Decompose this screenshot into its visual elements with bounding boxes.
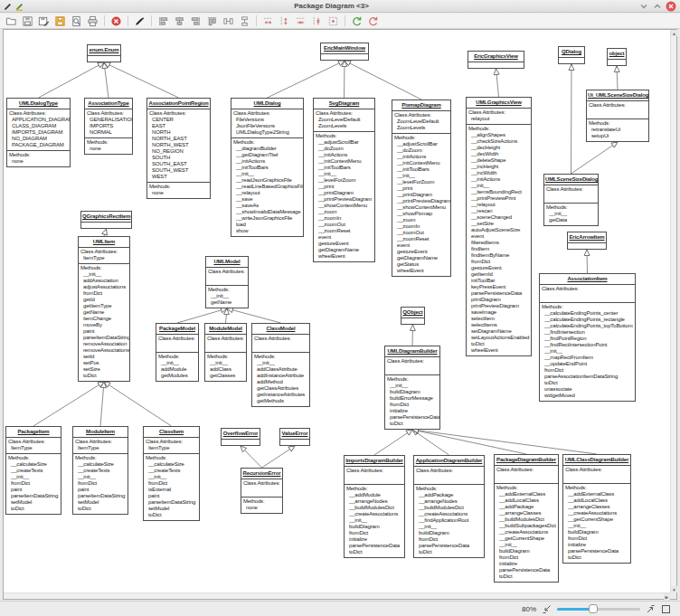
method-entry: toDict [8, 506, 59, 512]
class-box-OverflowError[interactable]: OverflowError [221, 428, 260, 446]
space-vertical-button[interactable] [238, 14, 251, 28]
class-box-QGraphicsRectItem[interactable]: QGraphicsRectItem [80, 211, 132, 229]
method-entry: filteredItems [468, 240, 529, 246]
titlebar[interactable]: Package Diagram <3> [0, 0, 680, 13]
save-button[interactable] [21, 14, 34, 28]
class-box-object[interactable]: object [607, 48, 627, 66]
class-box-enum.Enum[interactable]: enum.Enum [87, 44, 121, 62]
class-box-EricMainWindow[interactable]: EricMainWindow [320, 43, 369, 61]
attributes-section: Class Attributes: [587, 101, 648, 118]
class-box-ClassItem[interactable]: ClassItemClass Attributes:ItemTypeMethod… [143, 426, 200, 521]
class-box-UMLSceneSizeDialog[interactable]: UMLSceneSizeDialogClass Attributes:Metho… [543, 174, 599, 226]
vertical-scrollbar[interactable]: ▲ ▼ [670, 30, 676, 592]
close-diagram-button[interactable] [109, 14, 123, 28]
class-box-PackageItem[interactable]: PackageItemClass Attributes:ItemTypeMeth… [5, 426, 61, 515]
shade-button[interactable] [638, 1, 649, 12]
method-entry: paint [146, 493, 197, 499]
inc-width-button[interactable] [261, 14, 275, 28]
class-empty-body [280, 440, 309, 445]
class-box-SvgDiagram[interactable]: SvgDiagramClass Attributes:ZoomLevelDefa… [313, 98, 375, 262]
relayout-button[interactable] [350, 14, 364, 28]
class-box-UMLItem[interactable]: UMLItemClass Attributes:ItemTypeMethods:… [78, 236, 130, 382]
method-entry: setSize [80, 366, 128, 373]
zoom-slider-handle[interactable] [589, 604, 598, 613]
inc-width-icon [262, 15, 274, 27]
align-right-button[interactable] [189, 14, 203, 28]
scroll-right-icon[interactable]: ▶ [664, 593, 670, 600]
rescan-button[interactable] [366, 14, 380, 28]
class-box-EricArrowItem[interactable]: EricArrowItem [567, 232, 607, 250]
class-box-ApplicationDiagramBuilder[interactable]: ApplicationDiagramBuilderClass Attribute… [413, 455, 485, 558]
print-button[interactable] [86, 14, 99, 28]
class-box-UMLClassDiagramBuilder[interactable]: UMLClassDiagramBuilderClass Attributes:M… [562, 454, 631, 564]
scroll-down-icon[interactable]: ▼ [671, 586, 677, 592]
generalisation-edge [571, 64, 572, 174]
scroll-up-icon[interactable]: ▲ [671, 30, 677, 36]
generalisation-edge [262, 446, 296, 468]
attribute-entry: ItemType [75, 445, 126, 451]
class-empty-body [88, 56, 120, 62]
maximize-button[interactable] [652, 1, 663, 12]
zoom-in-icon[interactable] [646, 604, 656, 614]
method-entry: __incHeight [468, 164, 529, 170]
class-box-EricGraphicsView[interactable]: EricGraphicsView [468, 51, 524, 69]
methods-section: Methods:none [7, 150, 70, 166]
class-box-ClassModel[interactable]: ClassModelClass Attributes:Methods:__ini… [251, 323, 310, 407]
zoom-reset-icon[interactable] [661, 604, 671, 614]
method-entry: retranslateUi [589, 127, 647, 133]
class-box-PackageDiagramBuilder[interactable]: PackageDiagramBuilderClass Attributes:Me… [494, 454, 559, 583]
attributes-empty [546, 193, 596, 201]
class-box-UMLGraphicsView[interactable]: UMLGraphicsViewClass Attributes:relayout… [466, 97, 532, 356]
open-button[interactable] [5, 14, 18, 28]
class-box-RecursionError[interactable]: RecursionErrorClass Attributes:Methods:n… [241, 468, 283, 514]
method-entry: __zoomReset [394, 236, 449, 242]
class-box-ImportsDiagramBuilder[interactable]: ImportsDiagramBuilderClass Attributes:Me… [344, 455, 405, 558]
class-box-UMLDialogType[interactable]: UMLDialogTypeClass Attributes:APPLICATIO… [6, 98, 71, 167]
class-box-QDialog[interactable]: QDialog [558, 46, 585, 64]
class-box-PackageModel[interactable]: PackageModelClass Attributes:Methods:__i… [156, 323, 199, 382]
class-box-QObject[interactable]: QObject [401, 307, 425, 325]
save-image-button[interactable] [53, 14, 67, 28]
align-top-button[interactable] [205, 14, 219, 28]
attribute-entry: PACKAGE_DIAGRAM [9, 142, 68, 148]
print-preview-button[interactable] [70, 14, 83, 28]
method-entry: __zoom [316, 209, 373, 215]
class-box-AssociationPointRegion[interactable]: AssociationPointRegionClass Attributes:C… [146, 98, 211, 199]
class-box-PixmapDiagram[interactable]: PixmapDiagramClass Attributes:ZoomLevelD… [392, 100, 451, 277]
method-entry: getId [80, 297, 128, 303]
class-box-ValueError[interactable]: ValueError [279, 428, 310, 446]
dec-width-button[interactable] [294, 14, 307, 28]
method-entry: buildErrorMessage [387, 395, 438, 402]
class-box-AssociationType[interactable]: AssociationTypeClass Attributes:GENERALI… [84, 98, 133, 155]
class-empty-body [222, 440, 260, 445]
class-box-ModuleModel[interactable]: ModuleModelClass Attributes:Methods:__in… [204, 323, 247, 382]
method-entry: __init__ [316, 171, 373, 177]
attributes-label: Class Attributes: [146, 439, 197, 445]
class-box-UMLDiagramBuilder[interactable]: UMLDiagramBuilderClass Attributes:Method… [384, 346, 440, 430]
class-name: object [608, 49, 626, 60]
method-entry: __init__ [75, 474, 126, 480]
save-as-button[interactable] [37, 14, 51, 28]
class-empty-body [608, 60, 626, 65]
edit-button[interactable] [133, 14, 146, 28]
align-hcenter-icon [174, 15, 185, 27]
zoom-out-icon[interactable] [542, 604, 552, 614]
dec-height-button[interactable] [310, 14, 324, 28]
space-horizontal-button[interactable] [222, 14, 235, 28]
class-box-UMLModel[interactable]: UMLModelClass Attributes:Methods:__init_… [205, 256, 249, 308]
zoom-slider[interactable] [557, 603, 640, 614]
class-box-AssociationItem[interactable]: AssociationItemClass Attributes:Methods:… [539, 273, 636, 402]
set-size-button[interactable] [326, 14, 340, 28]
class-box-Ui_UMLSceneSizeDialog[interactable]: Ui_UMLSceneSizeDialogClass Attributes:Me… [586, 90, 649, 142]
method-entry: initialize [346, 536, 402, 543]
class-name: enum.Enum [88, 45, 120, 56]
close-window-button[interactable] [666, 1, 676, 12]
attributes-empty [565, 473, 628, 481]
diagram-canvas[interactable]: enum.EnumEricMainWindowEricGraphicsViewQ… [3, 29, 677, 600]
class-box-ModuleItem[interactable]: ModuleItemClass Attributes:ItemTypeMetho… [72, 426, 128, 515]
align-hcenter-button[interactable] [173, 14, 186, 28]
class-box-UMLDialog[interactable]: UMLDialogClass Attributes:FileVersionsJs… [231, 98, 304, 237]
inc-height-button[interactable] [278, 14, 291, 28]
align-left-button[interactable] [156, 14, 170, 28]
horizontal-scrollbar[interactable]: ▶ [4, 592, 670, 599]
